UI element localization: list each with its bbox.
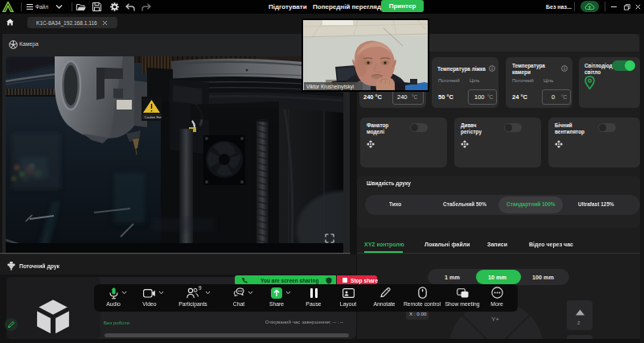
svg-text:Caution Hot: Caution Hot (145, 115, 162, 119)
svg-text:Viktor Krushelnytskyi: Viktor Krushelnytskyi (306, 84, 354, 90)
